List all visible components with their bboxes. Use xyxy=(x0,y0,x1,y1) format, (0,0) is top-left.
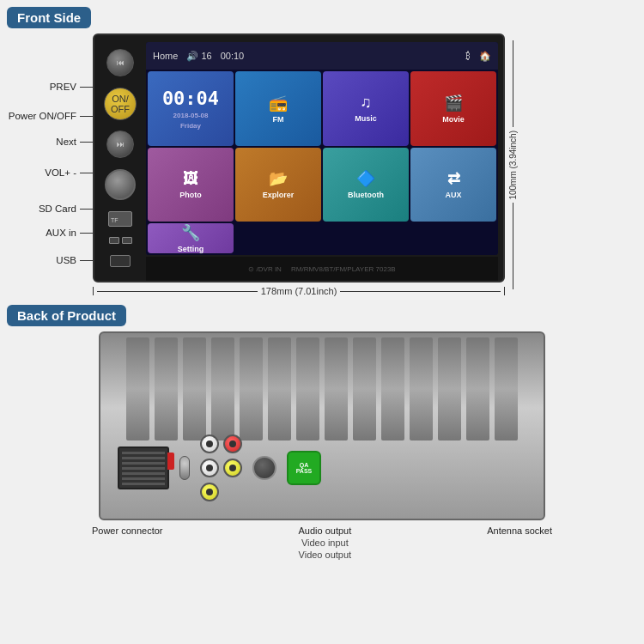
topbar-icon: 🏠 xyxy=(479,51,491,62)
fin-8 xyxy=(325,337,348,440)
tile-setting[interactable]: 🔧 Setting xyxy=(148,223,234,253)
fin-5 xyxy=(240,337,263,440)
fin-7 xyxy=(296,337,319,440)
front-screen: Home 🔊 16 00:10 ₿ 🏠 00:04 2018-05-08 F xyxy=(146,42,498,255)
back-unit-box: QA PASS xyxy=(99,331,545,520)
power-connector-wrapper xyxy=(118,447,169,489)
width-dimension: 178mm (7.01inch) xyxy=(93,286,505,296)
music-icon: ♫ xyxy=(360,94,372,112)
label-power: Power ON/OFF xyxy=(7,111,93,121)
antenna-label-col: Antenna socket xyxy=(487,526,552,560)
height-dimension: 100mm (3.94inch) xyxy=(508,40,518,289)
left-control-panel: ⏮ ON/OFF ⏭ TF xyxy=(94,35,146,281)
aux-icon: ⇄ xyxy=(447,169,460,188)
fin-14 xyxy=(495,337,518,440)
label-prev: PREV xyxy=(7,82,93,92)
topbar-volume: 🔊 16 xyxy=(186,51,211,62)
fin-13 xyxy=(466,337,489,440)
page-wrapper: Front Side PREV Power ON/OFF Next VOL+ - xyxy=(0,0,644,567)
video-output-label: Video output xyxy=(299,550,352,560)
tile-explorer[interactable]: 📂 Explorer xyxy=(235,148,321,222)
power-connector-label: Power connector xyxy=(92,526,163,536)
label-sdcard: SD Card xyxy=(7,204,93,214)
power-connector-label-col: Power connector xyxy=(92,526,163,560)
fin-4 xyxy=(211,337,234,440)
fm-label: FM xyxy=(273,115,284,124)
usb-port[interactable] xyxy=(110,255,131,267)
label-usb: USB xyxy=(7,255,93,265)
photo-label: Photo xyxy=(179,191,202,199)
screen-grid: 00:04 2018-05-08 Friday 📻 FM xyxy=(146,70,498,255)
audio-video-ports xyxy=(200,434,242,501)
video-input-yellow xyxy=(223,459,242,477)
fin-12 xyxy=(438,337,461,440)
power-connector xyxy=(118,447,169,489)
back-labels: Power connector Audio output Video input… xyxy=(7,526,637,560)
left-labels: PREV Power ON/OFF Next VOL+ - SD Card xyxy=(7,40,93,289)
fin-6 xyxy=(268,337,291,440)
label-aux: AUX in xyxy=(7,228,93,238)
small-jack-port xyxy=(179,456,190,480)
setting-icon: 🔧 xyxy=(181,223,200,242)
fin-10 xyxy=(381,337,404,440)
bottom-text: ⊙ /DVR IN RM/RMV8/BT/FM/PLAYER 7023B xyxy=(248,265,395,273)
antenna-socket-label: Antenna socket xyxy=(487,526,552,536)
back-section: Back of Product xyxy=(7,305,637,560)
clock-tile: 00:04 2018-05-08 Friday xyxy=(148,71,234,146)
tile-bluetooth[interactable]: 🔷 Bluetooth xyxy=(323,148,409,222)
audio-red-port xyxy=(223,434,242,453)
tile-fm[interactable]: 📻 FM xyxy=(235,71,321,146)
fin-11 xyxy=(410,337,433,440)
antenna-socket xyxy=(252,456,276,480)
res-port[interactable] xyxy=(122,237,132,244)
setting-label: Setting xyxy=(178,245,204,253)
back-section-label: Back of Product xyxy=(7,305,126,326)
back-ports-row: QA PASS xyxy=(118,434,526,501)
movie-label: Movie xyxy=(442,115,465,124)
audio-video-label-col: Audio output Video input Video output xyxy=(298,526,351,560)
topbar-time: 00:10 xyxy=(221,51,245,61)
power-button[interactable]: ON/OFF xyxy=(104,88,137,120)
clock-date: 2018-05-08 xyxy=(173,112,209,119)
explorer-icon: 📂 xyxy=(269,169,288,188)
label-vol: VOL+ - xyxy=(7,167,93,178)
bottom-bar: ⊙ /DVR IN RM/RMV8/BT/FM/PLAYER 7023B xyxy=(146,257,498,281)
fin-2 xyxy=(155,337,178,440)
front-diagram-area: PREV Power ON/OFF Next VOL+ - SD Card xyxy=(7,33,637,296)
sd-slot: TF xyxy=(108,211,132,227)
vol-knob[interactable] xyxy=(105,169,136,200)
qa-badge: QA PASS xyxy=(287,451,321,485)
clock-day: Friday xyxy=(180,122,201,130)
pass-text: PASS xyxy=(296,468,313,474)
tile-music[interactable]: ♫ Music xyxy=(323,71,409,146)
front-unit-box: ⏮ ON/OFF ⏭ TF xyxy=(93,33,505,283)
fins-area xyxy=(126,337,518,440)
front-section: Front Side PREV Power ON/OFF Next VOL+ - xyxy=(7,7,637,296)
fm-icon: 📻 xyxy=(269,94,288,112)
topbar-bt: ₿ xyxy=(465,51,471,61)
clock-digits: 00:04 xyxy=(162,88,219,109)
fin-1 xyxy=(126,337,149,440)
fin-9 xyxy=(353,337,376,440)
video-output-yellow xyxy=(200,483,219,501)
screen-topbar: Home 🔊 16 00:10 ₿ 🏠 xyxy=(146,42,498,70)
audio-output-row xyxy=(200,434,242,453)
prev-button[interactable]: ⏮ xyxy=(106,49,134,76)
tile-movie[interactable]: 🎬 Movie xyxy=(410,71,496,146)
next-button[interactable]: ⏭ xyxy=(106,131,134,158)
bt-icon: 🔷 xyxy=(356,169,375,188)
back-diagram-area: QA PASS Power connector Audio output Vid… xyxy=(7,331,637,560)
tile-photo[interactable]: 🖼 Photo xyxy=(148,148,234,222)
power-red-tab xyxy=(167,453,174,470)
width-label: 178mm (7.01inch) xyxy=(261,286,337,296)
explorer-label: Explorer xyxy=(263,191,295,199)
movie-icon: 🎬 xyxy=(444,94,463,112)
qa-text: QA xyxy=(300,462,309,468)
audio-white-port xyxy=(200,434,219,453)
aux-port[interactable] xyxy=(109,237,119,244)
bt-label: Bluetooth xyxy=(348,191,384,199)
video-input-label: Video input xyxy=(301,538,349,548)
height-label: 100mm (3.94inch) xyxy=(508,131,518,200)
tile-aux[interactable]: ⇄ AUX xyxy=(410,148,496,222)
topbar-home: Home xyxy=(153,51,178,61)
